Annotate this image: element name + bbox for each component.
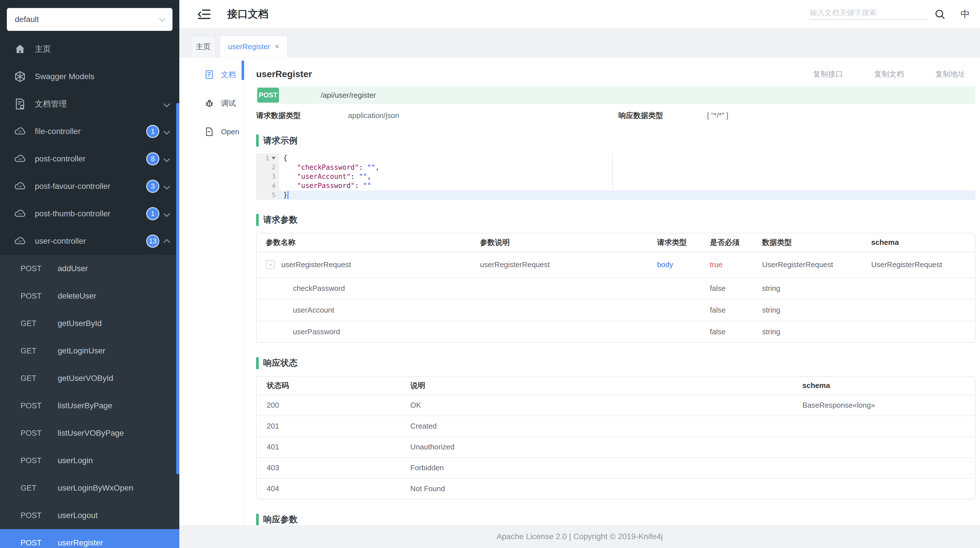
param-data-type: string [762,284,871,293]
language-switch[interactable]: 中 [961,8,970,21]
param-required: false [710,306,762,315]
request-params-table: 参数名称 参数说明 请求类型 是否必须 数据类型 schema -userReg… [256,233,975,343]
status-desc: Not Found [410,484,802,493]
response-status-table: 状态码 说明 schema 200 OK BaseResponse«long» … [256,376,975,499]
home-icon [14,43,26,56]
api-path: /api/user/register [321,91,376,100]
footer-text: Apache License 2.0 | Copyright © 2019-Kn… [496,532,663,541]
search-input[interactable] [810,8,927,17]
copy-doc-button[interactable]: 复制文档 [874,69,904,79]
operation-method: POST [21,456,58,465]
table-row: userPassword false string [257,320,975,342]
col-header: 请求类型 [657,237,710,247]
sidebar-item-doc-manage[interactable]: 文档管理 [0,90,179,118]
operation-method: GET [21,374,58,383]
count-badge: 3 [146,180,159,193]
footer: Apache License 2.0 | Copyright © 2019-Kn… [179,525,980,548]
sidebar-item-label: Swagger Models [35,72,169,81]
nav-item-doc[interactable]: 文档 [179,60,244,89]
operation-userLoginByWxOpen[interactable]: GET userLoginByWxOpen [0,474,179,502]
table-header-row: 参数名称 参数说明 请求类型 是否必须 数据类型 schema [257,233,975,252]
line-number: 1 [256,153,279,162]
table-row: 200 OK BaseResponse«long» [257,395,975,416]
operation-name: addUser [58,264,88,273]
operation-getUserVOById[interactable]: GET getUserVOById [0,365,179,392]
operation-deleteUser[interactable]: POST deleteUser [0,282,179,310]
copy-address-button[interactable]: 复制地址 [935,69,965,79]
close-icon[interactable]: × [275,42,279,51]
sidebar-item-file-controller[interactable]: API file-controller 1 [0,118,179,145]
group-select[interactable]: default [7,8,172,31]
status-schema: BaseResponse«long» [802,401,975,410]
count-badge: 1 [146,125,159,138]
status-code: 401 [257,443,410,451]
sidebar-item-user-controller[interactable]: API user-controller 13 [0,228,179,255]
table-row: 404 Not Found [257,478,975,499]
operation-userRegister[interactable]: POST userRegister [0,529,179,548]
tab-label: userRegister [228,42,270,51]
doc-manage-icon [14,98,26,110]
status-desc: Created [410,422,802,430]
nav-item-label: 调试 [221,98,236,108]
code-line-active: 5 } [256,191,975,200]
tab-userRegister[interactable]: userRegister × [220,36,288,57]
operation-addUser[interactable]: POST addUser [0,255,179,282]
operation-method: GET [21,484,58,492]
api-cloud-icon: API [14,180,26,193]
operation-method: GET [21,319,58,328]
user-controller-operations: POST addUser POST deleteUser GET getUser… [0,255,179,548]
chevron-down-icon [159,16,165,22]
copy-api-button[interactable]: 复制接口 [813,69,843,79]
search-icon[interactable] [934,9,946,20]
code-content: "userPassword": "" [279,181,975,190]
topbar-right: 中 [810,8,974,21]
sidebar-item-home[interactable]: 主页 [0,35,179,63]
section-response-status: 响应状态 [256,357,975,369]
count-badge: 1 [146,207,159,220]
operation-method: POST [21,264,58,273]
operation-userLogout[interactable]: POST userLogout [0,502,179,529]
collapse-row-button[interactable]: - [266,260,275,269]
sidebar-item-label: post-thumb-controller [35,209,146,218]
section-accent-bar [256,514,259,525]
table-row: 403 Forbidden [257,457,975,478]
operation-name: listUserByPage [58,401,112,410]
sidebar-scrollbar-thumb[interactable] [176,103,179,474]
code-content: { [279,153,975,162]
operation-getUserById[interactable]: GET getUserById [0,310,179,337]
app-root: default 主页 Swagger Models 文档管理 [0,0,980,548]
api-doc-page: userRegister 复制接口 复制文档 复制地址 POST /api/us… [244,57,980,525]
nav-item-label: 文档 [221,70,236,80]
document-icon [204,70,214,80]
tab-home[interactable]: 主页 [191,36,216,57]
fold-caret-icon[interactable] [272,157,275,159]
sidebar-item-post-thumb-controller[interactable]: API post-thumb-controller 1 [0,200,179,228]
operation-listUserVOByPage[interactable]: POST listUserVOByPage [0,419,179,447]
section-accent-bar [256,357,259,369]
operation-getLoginUser[interactable]: GET getLoginUser [0,337,179,365]
nav-item-debug[interactable]: 调试 [179,89,244,118]
sidebar-item-post-favour-controller[interactable]: API post-favour-controller 3 [0,172,179,200]
file-icon [204,127,214,137]
sidebar-item-swagger-models[interactable]: Swagger Models [0,63,179,90]
operation-name: getUserById [58,319,102,328]
line-number: 2 [256,162,279,172]
operation-name: listUserVOByPage [58,429,124,438]
operation-listUserByPage[interactable]: POST listUserByPage [0,392,179,419]
sidebar-item-post-controller[interactable]: API post-controller 8 [0,145,179,172]
nav-item-open[interactable]: Open [179,118,244,146]
code-content: } [279,191,975,200]
operation-method: POST [21,538,58,547]
col-header: 说明 [410,381,802,390]
menu-fold-icon[interactable] [197,9,211,20]
param-schema: UserRegisterRequest [871,260,975,269]
operation-method: POST [21,511,58,520]
code-line: 4 "userPassword": "" [256,181,975,190]
operation-method: GET [21,347,58,355]
table-header-row: 状态码 说明 schema [257,377,975,395]
operation-userLogin[interactable]: POST userLogin [0,447,179,474]
param-data-type: string [762,306,871,315]
status-code: 201 [257,422,410,430]
sidebar: default 主页 Swagger Models 文档管理 [0,0,179,548]
table-row: -userRegisterRequest userRegisterRequest… [257,252,975,277]
